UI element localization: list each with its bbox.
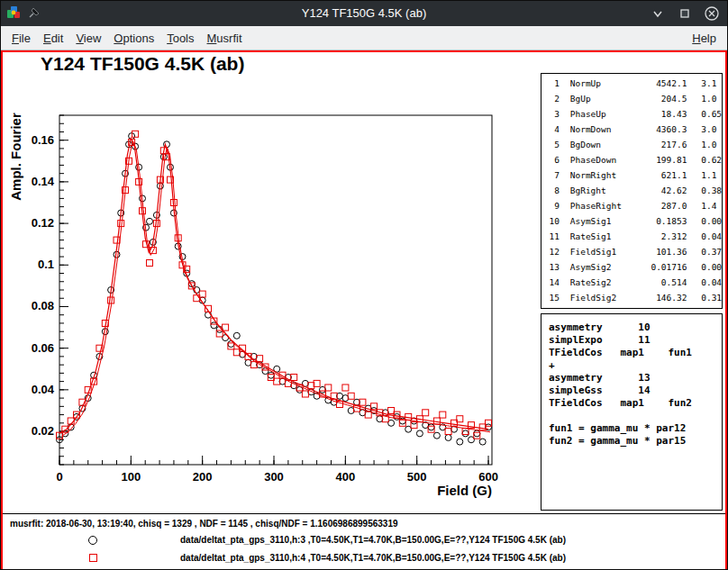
param-name: BgDown bbox=[570, 137, 641, 152]
param-value: 18.43 bbox=[645, 106, 687, 122]
param-name: RateSig1 bbox=[570, 229, 641, 244]
param-number: 6 bbox=[545, 152, 560, 167]
param-number: 8 bbox=[545, 183, 560, 198]
param-value: 0.01716 bbox=[645, 259, 687, 275]
x-axis-title: Field (G) bbox=[437, 483, 492, 498]
plot-axes bbox=[59, 115, 492, 465]
y-tick-label: 0.14 bbox=[32, 175, 55, 188]
param-name: FieldSig1 bbox=[570, 244, 641, 259]
param-name: NormDown bbox=[570, 122, 641, 137]
param-name: PhaseRight bbox=[570, 198, 641, 213]
root-canvas: Y124 TF150G 4.5K (ab) 010020030040050060… bbox=[1, 50, 727, 570]
square-marker-icon bbox=[89, 554, 97, 562]
param-row: 1 NormUp 4542.1 3.1 bbox=[545, 76, 722, 91]
menu-options[interactable]: Options bbox=[107, 28, 160, 49]
legend-text-h4: data/deltat_pta_gps_3110,h:4 ,T0=4.50K,T… bbox=[180, 553, 566, 563]
param-name: AsymSig2 bbox=[570, 259, 641, 275]
param-value: 4542.1 bbox=[645, 76, 687, 91]
param-value: 217.6 bbox=[645, 137, 687, 152]
param-value: 621.1 bbox=[645, 167, 687, 183]
y-tick-label: 0.04 bbox=[32, 383, 55, 396]
titlebar[interactable]: Y124 TF150G 4.5K (ab) bbox=[1, 1, 727, 26]
menu-edit[interactable]: Edit bbox=[37, 28, 69, 49]
menubar: File Edit View Options Tools Musrfit Hel… bbox=[1, 26, 727, 50]
param-row: 2 BgUp 204.5 1.0 bbox=[545, 91, 722, 106]
param-error: 1.0 bbox=[701, 137, 716, 152]
param-error: 0.045 bbox=[701, 275, 723, 290]
param-number: 12 bbox=[545, 244, 560, 259]
x-tick-label: 500 bbox=[407, 470, 427, 484]
param-value: 42.62 bbox=[645, 183, 687, 198]
x-tick-label: 200 bbox=[193, 470, 213, 484]
param-row: 6 PhaseDown 199.81 0.62 bbox=[545, 152, 722, 167]
param-number: 11 bbox=[545, 229, 560, 244]
param-number: 3 bbox=[545, 106, 560, 122]
menu-tools[interactable]: Tools bbox=[160, 28, 200, 49]
param-number: 14 bbox=[545, 275, 560, 290]
param-error: 0.37 bbox=[701, 244, 722, 259]
series-data-h-3 bbox=[57, 133, 492, 446]
param-value: 2.312 bbox=[645, 229, 687, 244]
param-name: NormUp bbox=[570, 76, 641, 91]
param-name: BgRight bbox=[570, 183, 641, 198]
param-number: 13 bbox=[545, 259, 560, 275]
theory-pave: asymmetry 10 simplExpo 11 TFieldCos map1… bbox=[541, 313, 723, 511]
y-tick-label: 0.02 bbox=[32, 424, 54, 438]
param-number: 7 bbox=[545, 167, 560, 183]
y-tick-label: 0.06 bbox=[32, 341, 54, 355]
series-fit bbox=[59, 138, 490, 436]
param-value: 4360.3 bbox=[645, 122, 687, 137]
menu-view[interactable]: View bbox=[69, 28, 107, 49]
plot-frame bbox=[59, 115, 492, 465]
param-name: PhaseDown bbox=[570, 152, 641, 167]
y-axis-title: Ampl. Fourier bbox=[8, 113, 23, 201]
param-row: 3 PhaseUp 18.43 0.65 bbox=[545, 106, 722, 122]
param-value: 0.1853 bbox=[645, 213, 687, 229]
param-error: 0.0028 bbox=[701, 213, 723, 229]
param-row: 10 AsymSig1 0.1853 0.0028 bbox=[545, 213, 722, 229]
param-error: 1.4 bbox=[701, 198, 716, 213]
param-error: 0.043 bbox=[701, 229, 723, 244]
y-tick-label: 0.12 bbox=[32, 216, 54, 230]
legend-row: data/deltat_pta_gps_3110,h:4 ,T0=4.50K,T… bbox=[3, 551, 725, 567]
param-row: 12 FieldSig1 101.36 0.37 bbox=[545, 244, 722, 259]
param-row: 14 RateSig2 0.514 0.045 bbox=[545, 275, 722, 290]
param-name: FieldSig2 bbox=[570, 290, 641, 305]
param-name: NormRight bbox=[570, 167, 641, 183]
param-name: PhaseUp bbox=[570, 106, 641, 122]
menu-help[interactable]: Help bbox=[686, 28, 723, 49]
param-error: 0.31 bbox=[701, 290, 722, 305]
maximize-icon[interactable] bbox=[677, 5, 693, 22]
x-tick-label: 0 bbox=[56, 470, 62, 484]
param-error: 1.0 bbox=[701, 91, 716, 106]
param-value: 146.32 bbox=[645, 290, 687, 305]
param-error: 1.1 bbox=[701, 167, 716, 183]
y-tick-label: 0.08 bbox=[32, 299, 54, 312]
param-name: BgUp bbox=[570, 91, 641, 106]
param-error: 0.00098 bbox=[701, 259, 723, 275]
param-row: 4 NormDown 4360.3 3.0 bbox=[545, 122, 722, 137]
param-error: 3.1 bbox=[701, 76, 716, 91]
application-window: Y124 TF150G 4.5K (ab) File Edit View Opt… bbox=[0, 0, 728, 570]
param-error: 0.65 bbox=[701, 106, 722, 122]
circle-marker-icon bbox=[88, 536, 97, 545]
param-value: 199.81 bbox=[645, 152, 687, 167]
x-tick-label: 400 bbox=[336, 470, 356, 484]
chevron-down-icon[interactable] bbox=[650, 5, 666, 22]
window-title: Y124 TF150G 4.5K (ab) bbox=[1, 6, 727, 20]
menu-file[interactable]: File bbox=[5, 28, 37, 49]
param-number: 2 bbox=[545, 91, 560, 106]
x-tick-label: 100 bbox=[121, 470, 141, 484]
series-data-h-4 bbox=[57, 131, 492, 439]
param-name: AsymSig1 bbox=[570, 213, 641, 229]
y-tick-label: 0.16 bbox=[32, 133, 54, 147]
menu-musrfit[interactable]: Musrfit bbox=[201, 28, 249, 49]
param-value: 287.0 bbox=[645, 198, 687, 213]
close-icon[interactable] bbox=[704, 5, 720, 22]
param-name: RateSig2 bbox=[570, 275, 641, 290]
chart-canvas[interactable]: 01002003004005006000.020.040.060.080.10.… bbox=[3, 52, 543, 513]
param-row: 9 PhaseRight 287.0 1.4 bbox=[545, 198, 722, 213]
param-number: 4 bbox=[545, 122, 560, 137]
param-number: 10 bbox=[545, 213, 560, 229]
param-row: 8 BgRight 42.62 0.38 bbox=[545, 183, 722, 198]
